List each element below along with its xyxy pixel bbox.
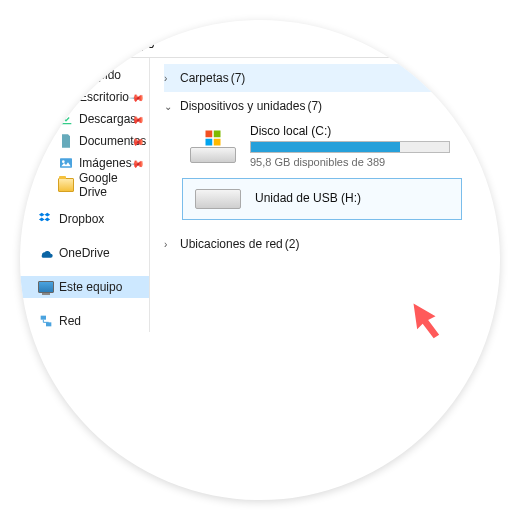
chevron-right-icon: › [164,239,176,250]
sidebar-label: Este equipo [59,280,122,294]
ribbon-tab-bar: Vista [20,20,500,30]
svg-rect-4 [206,131,213,138]
documents-icon [58,134,74,148]
svg-rect-3 [46,322,51,326]
sidebar-label: Escritorio [79,90,129,104]
chevron-right-icon[interactable]: › [82,37,86,51]
group-folders[interactable]: › Carpetas (7) [164,64,500,92]
usage-bar [250,141,450,153]
sidebar-item-google-drive[interactable]: Google Drive [20,174,149,196]
sidebar-label: Imágenes [79,156,132,170]
usb-drive-icon [195,189,241,209]
pin-icon: 📌 [129,89,145,105]
navigation-sidebar: ceso rápido Escritorio 📌 Descargas 📌 [20,58,150,332]
sidebar-label: ceso rápido [59,68,121,82]
sidebar-label: OneDrive [59,246,110,260]
downloads-icon [58,112,74,126]
drive-subtitle: 95,8 GB disponibles de 389 [250,156,450,168]
sidebar-item-dropbox[interactable]: Dropbox [20,208,149,230]
dropbox-icon [38,212,54,226]
this-pc-icon [55,38,71,50]
tab-view[interactable]: Vista [160,20,186,22]
sidebar-label: Red [59,314,81,328]
breadcrumb-this-pc[interactable]: Este equipo [91,37,154,51]
annotation-arrow-icon [408,298,452,342]
desktop-icon [58,90,74,104]
chevron-down-icon: ⌄ [164,101,176,112]
group-network-locations[interactable]: › Ubicaciones de red (2) [164,230,500,258]
group-count: (7) [307,99,322,113]
windows-logo-icon [204,129,222,147]
drive-icon [190,129,236,163]
group-devices[interactable]: ⌄ Dispositivos y unidades (7) [164,92,500,120]
group-label: Dispositivos y unidades [180,99,305,113]
drive-usb-h[interactable]: Unidad de USB (H:) [182,178,462,220]
sidebar-item-desktop[interactable]: Escritorio 📌 [20,86,149,108]
svg-point-1 [62,160,65,163]
network-icon [38,314,54,328]
sidebar-item-documents[interactable]: Documentos 📌 [20,130,149,152]
onedrive-icon [38,246,54,260]
drive-local-c[interactable]: Disco local (C:) 95,8 GB disponibles de … [190,124,500,168]
sidebar-item-onedrive[interactable]: OneDrive [20,242,149,264]
sidebar-label: Dropbox [59,212,104,226]
svg-rect-5 [214,131,221,138]
sidebar-item-quick-access[interactable]: ceso rápido [20,64,149,86]
sidebar-item-this-pc[interactable]: Este equipo [20,276,149,298]
group-count: (7) [231,71,246,85]
svg-rect-7 [214,139,221,146]
content-pane: › Carpetas (7) ⌄ Dispositivos y unidades… [150,58,500,332]
group-count: (2) [285,237,300,251]
svg-rect-6 [206,139,213,146]
sidebar-item-network[interactable]: Red [20,310,149,332]
folder-icon [58,178,74,192]
svg-rect-2 [41,316,46,320]
chevron-right-icon: › [164,73,176,84]
drive-name: Disco local (C:) [250,124,450,138]
pictures-icon [58,156,74,170]
group-label: Ubicaciones de red [180,237,283,251]
sidebar-item-downloads[interactable]: Descargas 📌 [20,108,149,130]
group-label: Carpetas [180,71,229,85]
drive-name: Unidad de USB (H:) [255,191,361,205]
address-bar[interactable]: › Este equipo [20,30,500,58]
star-icon [38,68,54,82]
sidebar-label: Google Drive [79,171,149,199]
this-pc-icon [38,281,54,293]
